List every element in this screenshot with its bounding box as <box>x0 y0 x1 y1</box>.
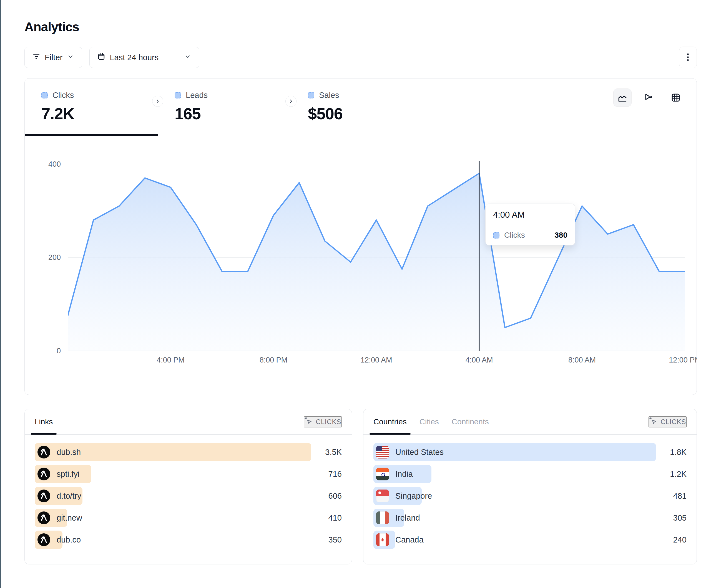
stats-row: Clicks 7.2K Leads 165 <box>25 78 696 135</box>
chart-tooltip: 4:00 AM Clicks 380 <box>485 204 575 246</box>
stat-value: 165 <box>175 104 291 123</box>
filter-icon <box>33 53 40 62</box>
countries-panel: Countries Cities Continents CLICKS <box>363 409 697 564</box>
x-axis-tick: 8:00 AM <box>568 356 596 364</box>
x-axis: 4:00 PM 8:00 PM 12:00 AM 4:00 AM 8:00 AM… <box>68 356 685 370</box>
chevron-down-icon <box>184 53 191 62</box>
countries-list: United States 1.8K India <box>363 435 696 549</box>
ireland-flag-icon <box>376 512 389 524</box>
date-range-label: Last 24 hours <box>110 53 158 62</box>
links-metric-toggle[interactable]: CLICKS <box>304 416 342 427</box>
canada-flag-icon <box>376 533 389 546</box>
link-value: 3.5K <box>311 448 342 457</box>
country-value: 305 <box>656 513 687 523</box>
tooltip-series-label: Clicks <box>504 231 525 240</box>
x-axis-tick: 4:00 PM <box>156 356 185 364</box>
link-label: spti.fyi <box>57 470 80 479</box>
x-axis-tick: 12:00 PM <box>669 356 697 364</box>
country-value: 1.8K <box>656 448 687 457</box>
tab-countries[interactable]: Countries <box>373 409 407 434</box>
country-row[interactable]: India 1.2K <box>373 465 687 483</box>
tab-cities[interactable]: Cities <box>419 409 439 434</box>
country-value: 481 <box>656 492 687 501</box>
filter-button[interactable]: Filter <box>24 47 82 68</box>
analytics-page: Analytics Filter <box>0 0 711 588</box>
country-row[interactable]: Ireland 305 <box>373 509 687 527</box>
india-flag-icon <box>376 468 389 480</box>
country-label: Singapore <box>395 492 432 501</box>
funnel-icon[interactable] <box>640 89 658 107</box>
date-range-button[interactable]: Last 24 hours <box>89 47 199 68</box>
chart-area: 400 200 0 4:00 AM Clicks 380 <box>25 135 696 351</box>
clicks-area-chart[interactable]: 4:00 AM Clicks 380 <box>68 151 685 351</box>
stat-tab-clicks[interactable]: Clicks 7.2K <box>25 78 158 135</box>
leads-legend-icon <box>175 92 181 98</box>
link-value: 606 <box>311 492 342 501</box>
analytics-card: Clicks 7.2K Leads 165 <box>24 78 697 395</box>
chevron-down-icon <box>67 53 74 62</box>
stat-tab-sales[interactable]: Sales $506 <box>291 78 425 135</box>
cursor-click-icon <box>649 417 658 427</box>
y-axis: 400 200 0 <box>31 151 68 351</box>
dub-logo-icon <box>38 512 50 524</box>
us-flag-icon <box>376 446 389 458</box>
kebab-icon <box>684 52 692 63</box>
stat-next-button[interactable] <box>152 96 163 107</box>
country-label: United States <box>395 448 444 457</box>
link-row[interactable]: git.new 410 <box>35 509 342 527</box>
table-grid-icon[interactable] <box>667 89 685 107</box>
links-panel: Links CLICKS <box>24 409 352 564</box>
x-axis-tick: 8:00 PM <box>260 356 288 364</box>
tooltip-series-icon <box>493 232 499 239</box>
country-row[interactable]: United States 1.8K <box>373 443 687 461</box>
dub-logo-icon <box>38 446 50 458</box>
link-label: dub.sh <box>57 448 81 457</box>
tab-links[interactable]: Links <box>35 409 53 434</box>
y-axis-tick: 400 <box>48 160 61 168</box>
country-label: Ireland <box>395 513 420 523</box>
country-row[interactable]: Singapore 481 <box>373 487 687 505</box>
singapore-flag-icon <box>376 490 389 502</box>
x-axis-tick: 4:00 AM <box>465 356 493 364</box>
links-list: dub.sh 3.5K spti.fyi <box>25 435 352 549</box>
tooltip-time: 4:00 AM <box>486 204 575 225</box>
countries-metric-toggle[interactable]: CLICKS <box>649 416 687 427</box>
y-axis-tick: 200 <box>48 253 61 262</box>
stat-label: Sales <box>319 91 339 100</box>
countries-metric-label: CLICKS <box>661 418 686 426</box>
tab-continents[interactable]: Continents <box>452 409 489 434</box>
country-label: India <box>395 470 413 479</box>
stat-tab-leads[interactable]: Leads 165 <box>158 78 291 135</box>
tooltip-value: 380 <box>555 231 567 240</box>
x-axis-tick: 12:00 AM <box>360 356 392 364</box>
country-label: Canada <box>395 535 424 544</box>
page-title: Analytics <box>24 19 697 35</box>
cursor-click-icon <box>304 417 313 427</box>
chart-type-toggle <box>613 89 685 135</box>
link-row[interactable]: dub.sh 3.5K <box>35 443 342 461</box>
stat-value: $506 <box>308 104 425 123</box>
country-value: 1.2K <box>656 470 687 479</box>
stat-next-button[interactable] <box>285 96 297 107</box>
stat-label: Clicks <box>52 91 74 100</box>
country-value: 240 <box>656 535 687 544</box>
clicks-legend-icon <box>41 92 48 98</box>
link-label: d.to/try <box>57 492 81 501</box>
toolbar: Filter Last 24 hours <box>24 47 697 68</box>
link-value: 410 <box>311 513 342 523</box>
link-row[interactable]: spti.fyi 716 <box>35 465 342 483</box>
country-row[interactable]: Canada 240 <box>373 530 687 549</box>
dub-logo-icon <box>38 490 50 502</box>
link-row[interactable]: dub.co 350 <box>35 530 342 549</box>
link-value: 716 <box>311 470 342 479</box>
link-row[interactable]: d.to/try 606 <box>35 487 342 505</box>
stat-value: 7.2K <box>41 104 158 123</box>
link-label: dub.co <box>57 535 81 544</box>
calendar-icon <box>98 53 105 62</box>
sales-legend-icon <box>308 92 314 98</box>
stat-label: Leads <box>186 91 208 100</box>
link-label: git.new <box>57 513 82 523</box>
line-chart-icon[interactable] <box>613 89 631 107</box>
link-value: 350 <box>311 535 342 544</box>
more-options-button[interactable] <box>679 47 697 68</box>
